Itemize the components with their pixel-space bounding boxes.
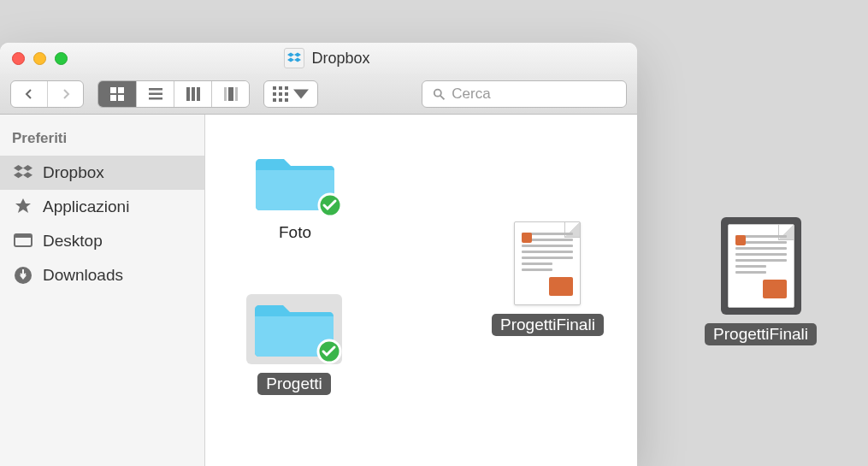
folder-item-progetti[interactable]: Progetti [246, 294, 342, 395]
close-window-button[interactable] [12, 52, 25, 65]
svg-rect-25 [15, 234, 32, 238]
maximize-window-button[interactable] [55, 52, 68, 65]
folder-item-foto[interactable]: Foto [252, 153, 338, 244]
sidebar-item-label: Applicazioni [43, 198, 129, 216]
sidebar-item-downloads[interactable]: Downloads [0, 258, 204, 292]
sidebar-item-applications[interactable]: Applicazioni [0, 190, 204, 224]
svg-point-22 [434, 89, 441, 96]
search-input[interactable] [452, 86, 616, 103]
desktop-file-label: ProgettiFinali [705, 323, 817, 345]
dropbox-icon [284, 48, 304, 68]
desktop-file-item[interactable]: ProgettiFinali [705, 217, 817, 345]
minimize-window-button[interactable] [33, 52, 46, 65]
downloads-icon [12, 264, 34, 286]
svg-rect-13 [273, 86, 276, 90]
sync-complete-badge-icon [316, 339, 342, 364]
svg-rect-5 [149, 92, 162, 95]
dropbox-icon [12, 162, 34, 184]
view-gallery-button[interactable] [211, 81, 249, 107]
view-columns-button[interactable] [174, 81, 211, 107]
svg-rect-11 [228, 87, 233, 101]
svg-line-23 [440, 95, 444, 98]
folder-label: Foto [270, 221, 320, 244]
svg-rect-2 [110, 95, 116, 101]
window-titlebar[interactable]: Dropbox [0, 43, 637, 74]
folder-icon [251, 299, 337, 359]
svg-rect-14 [279, 86, 282, 90]
svg-rect-17 [279, 92, 282, 96]
sidebar-item-desktop[interactable]: Desktop [0, 224, 204, 258]
svg-rect-20 [279, 98, 282, 102]
window-controls [12, 52, 68, 65]
sidebar-item-dropbox[interactable]: Dropbox [0, 156, 204, 190]
svg-rect-12 [235, 87, 238, 101]
file-label: ProgettiFinali [492, 314, 604, 336]
svg-rect-0 [110, 87, 116, 93]
svg-rect-1 [118, 87, 124, 93]
svg-rect-8 [192, 87, 195, 101]
view-mode-group [97, 80, 250, 108]
content-area[interactable]: Foto Progetti [205, 115, 637, 466]
sidebar-item-label: Downloads [43, 266, 123, 285]
file-item-progettifinali[interactable]: ProgettiFinali [492, 221, 604, 336]
sidebar-item-label: Desktop [43, 232, 103, 251]
svg-rect-18 [285, 92, 288, 96]
svg-rect-15 [285, 86, 288, 90]
grid-arrange-icon [273, 86, 288, 102]
document-icon [514, 221, 581, 305]
nav-back-forward-group [10, 80, 84, 108]
window-title: Dropbox [311, 50, 369, 68]
finder-window: Dropbox [0, 43, 637, 466]
sidebar-section-header: Preferiti [0, 127, 204, 156]
sync-complete-badge-icon [317, 192, 343, 218]
document-icon [721, 217, 801, 315]
svg-rect-3 [118, 95, 124, 101]
sidebar: Preferiti Dropbox Applicazioni Desktop [0, 115, 205, 466]
view-list-button[interactable] [136, 81, 174, 107]
svg-rect-16 [273, 92, 276, 96]
back-button[interactable] [11, 81, 47, 107]
chevron-down-icon [293, 86, 309, 102]
svg-rect-10 [224, 87, 227, 101]
svg-rect-21 [285, 98, 288, 102]
view-icons-button[interactable] [98, 81, 136, 107]
applications-icon [12, 196, 34, 218]
arrange-menu-button[interactable] [263, 80, 318, 108]
folder-icon [252, 153, 338, 213]
sidebar-item-label: Dropbox [43, 163, 104, 182]
forward-button[interactable] [47, 81, 83, 107]
desktop-icon [12, 230, 34, 252]
search-field[interactable] [422, 80, 627, 108]
toolbar [0, 74, 637, 115]
search-icon [433, 87, 445, 101]
svg-rect-6 [149, 97, 162, 100]
folder-label: Progetti [257, 373, 330, 395]
svg-rect-19 [273, 98, 276, 102]
svg-rect-4 [149, 88, 162, 91]
svg-rect-7 [186, 87, 190, 101]
svg-rect-9 [197, 87, 200, 101]
